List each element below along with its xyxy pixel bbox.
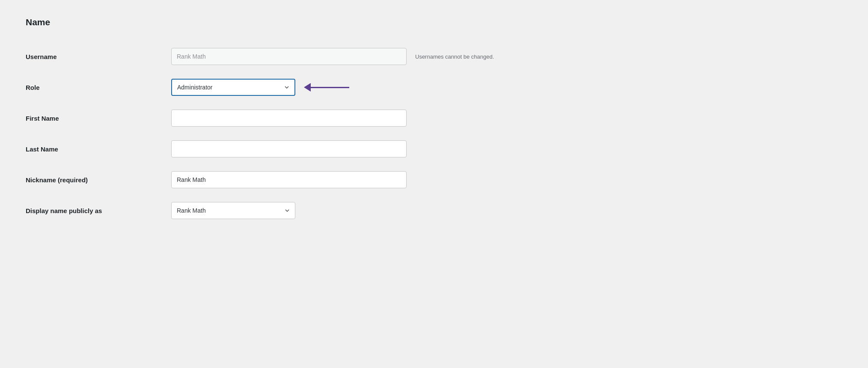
first-name-row: First Name [26, 103, 842, 134]
first-name-input[interactable] [171, 110, 407, 127]
first-name-label: First Name [26, 115, 59, 122]
display-name-row: Display name publicly as Rank Math [26, 195, 842, 226]
username-row: Username Usernames cannot be changed. [26, 41, 842, 72]
display-name-select[interactable]: Rank Math [171, 202, 295, 219]
username-input [171, 48, 407, 65]
last-name-row: Last Name [26, 134, 842, 164]
display-name-label: Display name publicly as [26, 207, 102, 214]
section-title: Name [26, 17, 842, 27]
role-label: Role [26, 84, 40, 91]
arrow-line [311, 87, 349, 88]
role-row: Role Administrator Editor Author Contrib… [26, 72, 842, 103]
arrow-head-icon [304, 83, 311, 92]
username-field-row: Usernames cannot be changed. [171, 48, 842, 65]
nickname-row: Nickname (required) [26, 164, 842, 195]
role-select[interactable]: Administrator Editor Author Contributor … [171, 79, 295, 96]
last-name-input[interactable] [171, 140, 407, 157]
role-arrow-annotation [304, 83, 349, 92]
username-note: Usernames cannot be changed. [415, 53, 494, 60]
last-name-label: Last Name [26, 145, 58, 153]
name-form-table: Username Usernames cannot be changed. Ro… [26, 41, 842, 226]
username-label: Username [26, 53, 57, 60]
nickname-label: Nickname (required) [26, 176, 88, 184]
nickname-input[interactable] [171, 171, 407, 188]
role-field-row: Administrator Editor Author Contributor … [171, 79, 842, 96]
